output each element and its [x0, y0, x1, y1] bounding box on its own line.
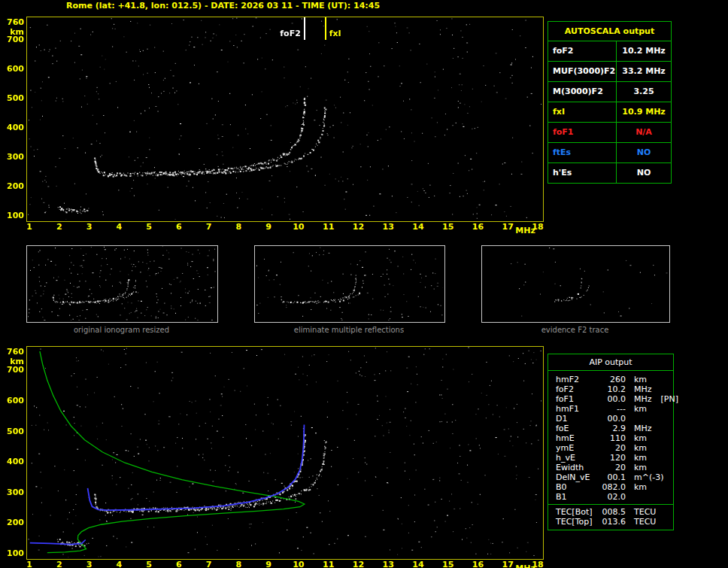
aip-row-unit: MHz [634, 394, 652, 404]
thumbnail-canvas-original [27, 246, 216, 320]
x-axis-tick-16: 16 [471, 222, 484, 232]
aip-row-label: h_vE [556, 453, 599, 463]
thumbnail-caption-original: original ionogram resized [26, 326, 217, 334]
aip-row-value: 02.0 [599, 492, 626, 502]
y-axis-tick-600: 600 [2, 64, 24, 74]
aip-row-value: 00.1 [599, 472, 626, 482]
x-axis-tick-13: 13 [381, 222, 395, 232]
aip-row-unit: km [634, 482, 647, 492]
aip-row-value: --- [599, 404, 626, 414]
aip-row-hmF1: hmF1---km [556, 404, 673, 414]
x-axis-tick-11: 11 [322, 222, 335, 232]
y-axis-tick-200: 200 [2, 181, 24, 191]
y-axis-tick-300: 300 [2, 488, 24, 497]
aip-row-h_vE: h_vE120km [556, 453, 673, 463]
autoscala-row-label: M(3000)F2 [548, 82, 617, 102]
aip-row-foF2: foF210.2MHz [556, 384, 673, 394]
x-axis-tick-7: 7 [202, 222, 216, 232]
aip-row-foE: foE2.9MHz [556, 424, 673, 433]
aip-row-value: 110 [599, 433, 626, 443]
aip-row-unit: km [634, 463, 647, 472]
ionogram-plot-top: foF2 fxI [26, 17, 544, 222]
x-axis-tick-5: 5 [142, 560, 156, 568]
x-axis-tick-8: 8 [232, 560, 245, 568]
x-axis-tick-4: 4 [112, 222, 126, 232]
x-axis-unit-label: MHz [515, 226, 535, 235]
aip-row-hmF2: hmF2260km [556, 375, 673, 384]
x-axis-tick-4: 4 [112, 560, 126, 568]
autoscala-row-foF2: foF210.2 MHz [548, 41, 671, 61]
ionogram-canvas-top [27, 17, 541, 220]
x-axis-tick-1: 1 [23, 222, 36, 232]
y-axis-tick-500: 500 [2, 93, 24, 103]
aip-row-B1: B102.0 [556, 492, 673, 502]
aip-row-value: 20 [599, 463, 626, 472]
x-axis-tick-6: 6 [172, 222, 186, 232]
autoscala-row-value: 10.2 MHz [617, 41, 671, 61]
aip-row-D1: D100.0 [556, 414, 673, 424]
aip-separator [548, 504, 673, 505]
aip-row-unit: TECU [634, 517, 656, 527]
ionogram-plot-bottom [26, 346, 544, 560]
y-axis-tick-760: 760 [2, 347, 24, 357]
autoscala-row-ftEs: ftEsNO [548, 142, 671, 163]
autoscala-row-foF1: foF1N/A [548, 122, 671, 142]
y-axis-tick-700: 700 [2, 365, 24, 375]
autoscala-row-label: ftEs [548, 143, 617, 163]
y-axis-tick-100: 100 [2, 548, 24, 558]
autoscala-output-table: AUTOSCALA output foF210.2 MHzMUF(3000)F2… [548, 21, 672, 184]
y-axis-tick-760: 760 [2, 17, 24, 27]
autoscala-row-value: NO [617, 143, 671, 163]
fxI-marker-line [325, 17, 326, 40]
aip-row-note: [PN] [661, 394, 678, 404]
autoscala-row-label: foF2 [548, 41, 617, 61]
x-axis-tick-13: 13 [381, 560, 395, 568]
aip-row-value: 013.6 [599, 517, 626, 527]
aip-table-title: AIP output [548, 354, 673, 371]
aip-row-ymE: ymE20km [556, 443, 673, 453]
autoscala-table-title: AUTOSCALA output [548, 22, 671, 41]
aip-row-label: ymE [556, 443, 599, 453]
x-axis-tick-8: 8 [232, 222, 245, 232]
x-axis-tick-11: 11 [322, 560, 335, 568]
aip-row-label: hmE [556, 433, 599, 443]
aip-row-hmE: hmE110km [556, 433, 673, 443]
aip-row-label: Ewidth [556, 463, 599, 472]
aip-row-label: hmF2 [556, 375, 599, 384]
y-axis-tick-100: 100 [2, 211, 24, 220]
aip-row-unit: MHz [634, 384, 652, 394]
aip-row-value: 10.2 [599, 384, 626, 394]
aip-row-label: B1 [556, 492, 599, 502]
aip-row-unit: MHz [634, 424, 652, 433]
autoscala-row-label: foF1 [548, 123, 617, 142]
x-axis-tick-17: 17 [501, 222, 514, 232]
aip-row-label: TEC[Top] [556, 517, 599, 527]
x-axis-tick-15: 15 [441, 222, 455, 232]
x-axis-tick-12: 12 [351, 560, 365, 568]
x-axis-tick-2: 2 [53, 222, 66, 232]
aip-row-label: hmF1 [556, 404, 599, 414]
aip-row-B0: B0082.0km [556, 482, 673, 492]
y-axis-unit-label: km [2, 27, 24, 37]
aip-row-value: 20 [599, 443, 626, 453]
x-axis-tick-10: 10 [292, 222, 305, 232]
autoscala-row-label: h'Es [548, 163, 617, 183]
thumbnail-canvas-evidence [482, 246, 668, 320]
ionogram-canvas-bottom [27, 347, 541, 557]
autoscala-window: Rome (lat: +41.8, lon: 012.5) - DATE: 20… [0, 0, 728, 568]
x-axis-tick-5: 5 [142, 222, 156, 232]
aip-row-value: 082.0 [599, 482, 626, 492]
x-axis-tick-17: 17 [501, 560, 514, 568]
autoscala-row-value: 10.9 MHz [617, 102, 671, 122]
x-axis-unit-label: MHz [515, 563, 535, 568]
autoscala-row-MUF(3000)F2: MUF(3000)F233.2 MHz [548, 61, 671, 81]
foF2-marker-label: foF2 [271, 29, 301, 38]
aip-row-label: DelN_vE [556, 472, 599, 482]
autoscala-row-label: MUF(3000)F2 [548, 62, 617, 81]
aip-row-Ewidth: Ewidth20km [556, 463, 673, 472]
aip-row-unit: km [634, 433, 647, 443]
thumbnail-evidence-f2 [481, 245, 670, 323]
aip-row-label: TEC[Bot] [556, 507, 599, 517]
aip-row-label: foF2 [556, 384, 599, 394]
x-axis-tick-3: 3 [83, 560, 96, 568]
